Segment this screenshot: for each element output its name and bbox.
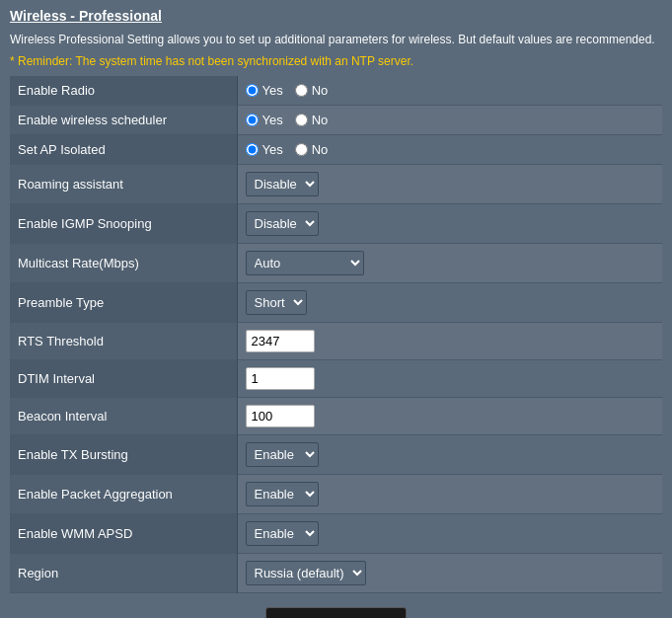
- table-row: Enable wireless schedulerYesNo: [10, 105, 662, 134]
- select-enable_packet_aggregation[interactable]: EnableDisable: [246, 482, 319, 506]
- settings-table: Enable RadioYesNoEnable wireless schedul…: [10, 76, 662, 593]
- row-label-region: Region: [10, 553, 237, 592]
- row-label-multicast_rate: Multicast Rate(Mbps): [10, 243, 237, 282]
- row-label-enable_igmp_snooping: Enable IGMP Snooping: [10, 203, 237, 243]
- radio-enable_wireless_scheduler-yes[interactable]: [246, 114, 259, 126]
- table-row: Enable WMM APSDEnableDisable: [10, 513, 662, 553]
- radio-enable_radio-no[interactable]: [295, 84, 308, 97]
- radio-enable_radio-yes[interactable]: [246, 84, 259, 97]
- radio-label-set_ap_isolated-yes[interactable]: Yes: [246, 142, 283, 157]
- row-label-enable_wireless_scheduler: Enable wireless scheduler: [10, 105, 237, 134]
- main-container: Wireless - Professional Wireless Profess…: [0, 0, 672, 618]
- row-label-rts_threshold: RTS Threshold: [10, 322, 237, 359]
- table-row: RTS Threshold: [10, 322, 662, 359]
- row-label-enable_wmm_apsd: Enable WMM APSD: [10, 513, 237, 553]
- select-multicast_rate[interactable]: Auto125.511: [246, 251, 364, 275]
- select-enable_igmp_snooping[interactable]: DisableEnable: [246, 211, 319, 236]
- table-row: Set AP IsolatedYesNo: [10, 134, 662, 164]
- row-value-enable_wireless_scheduler[interactable]: YesNo: [237, 105, 662, 134]
- radio-option-label: No: [312, 83, 329, 98]
- apply-section: Apply: [10, 607, 662, 618]
- radio-group-enable_wireless_scheduler: YesNo: [246, 113, 655, 127]
- input-rts_threshold[interactable]: [246, 330, 315, 352]
- radio-group-set_ap_isolated: YesNo: [246, 142, 655, 157]
- table-row: Enable Packet AggregationEnableDisable: [10, 474, 662, 513]
- row-label-beacon_interval: Beacon Interval: [10, 397, 237, 434]
- row-label-enable_tx_bursting: Enable TX Bursting: [10, 434, 237, 474]
- row-value-preamble_type[interactable]: ShortLong: [237, 282, 662, 322]
- table-row: Enable IGMP SnoopingDisableEnable: [10, 203, 662, 243]
- row-value-roaming_assistant[interactable]: DisableEnable: [237, 164, 662, 203]
- select-region[interactable]: Russia (default)USAEurope: [246, 561, 366, 585]
- table-row: DTIM Interval: [10, 359, 662, 397]
- select-enable_wmm_apsd[interactable]: EnableDisable: [246, 521, 319, 546]
- radio-set_ap_isolated-yes[interactable]: [246, 143, 259, 156]
- row-label-preamble_type: Preamble Type: [10, 282, 237, 322]
- apply-button[interactable]: Apply: [265, 607, 407, 618]
- row-value-enable_igmp_snooping[interactable]: DisableEnable: [237, 203, 662, 243]
- table-row: Beacon Interval: [10, 397, 662, 434]
- radio-label-enable_wireless_scheduler-yes[interactable]: Yes: [246, 113, 283, 127]
- radio-label-set_ap_isolated-no[interactable]: No: [295, 142, 329, 157]
- input-beacon_interval[interactable]: [246, 405, 315, 427]
- row-label-dtim_interval: DTIM Interval: [10, 359, 237, 397]
- row-value-enable_tx_bursting[interactable]: EnableDisable: [237, 434, 662, 474]
- select-roaming_assistant[interactable]: DisableEnable: [246, 172, 319, 196]
- radio-enable_wireless_scheduler-no[interactable]: [295, 114, 308, 126]
- table-row: Preamble TypeShortLong: [10, 282, 662, 322]
- radio-label-enable_radio-no[interactable]: No: [295, 83, 329, 98]
- table-row: Enable TX BurstingEnableDisable: [10, 434, 662, 474]
- row-value-enable_wmm_apsd[interactable]: EnableDisable: [237, 513, 662, 553]
- row-value-enable_radio[interactable]: YesNo: [237, 76, 662, 106]
- input-dtim_interval[interactable]: [246, 367, 315, 390]
- row-label-roaming_assistant: Roaming assistant: [10, 164, 237, 203]
- radio-label-enable_radio-yes[interactable]: Yes: [246, 83, 283, 98]
- row-label-set_ap_isolated: Set AP Isolated: [10, 134, 237, 164]
- row-value-enable_packet_aggregation[interactable]: EnableDisable: [237, 474, 662, 513]
- radio-option-label: No: [312, 142, 329, 157]
- table-row: Enable RadioYesNo: [10, 76, 662, 106]
- radio-set_ap_isolated-no[interactable]: [295, 143, 308, 156]
- radio-option-label: Yes: [262, 113, 283, 127]
- row-value-rts_threshold[interactable]: [237, 322, 662, 359]
- row-value-dtim_interval[interactable]: [237, 359, 662, 397]
- radio-group-enable_radio: YesNo: [246, 83, 655, 98]
- row-label-enable_packet_aggregation: Enable Packet Aggregation: [10, 474, 237, 513]
- row-value-multicast_rate[interactable]: Auto125.511: [237, 243, 662, 282]
- select-preamble_type[interactable]: ShortLong: [246, 290, 307, 315]
- select-enable_tx_bursting[interactable]: EnableDisable: [246, 442, 319, 467]
- page-title: Wireless - Professional: [10, 8, 662, 24]
- table-row: Roaming assistantDisableEnable: [10, 164, 662, 203]
- row-value-region[interactable]: Russia (default)USAEurope: [237, 553, 662, 592]
- row-label-enable_radio: Enable Radio: [10, 76, 237, 106]
- row-value-set_ap_isolated[interactable]: YesNo: [237, 134, 662, 164]
- table-row: Multicast Rate(Mbps)Auto125.511: [10, 243, 662, 282]
- row-value-beacon_interval[interactable]: [237, 397, 662, 434]
- reminder: * Reminder: The system time has not been…: [10, 54, 662, 68]
- radio-option-label: No: [312, 113, 329, 127]
- radio-option-label: Yes: [262, 83, 283, 98]
- description: Wireless Professional Setting allows you…: [10, 32, 662, 48]
- table-row: RegionRussia (default)USAEurope: [10, 553, 662, 592]
- radio-label-enable_wireless_scheduler-no[interactable]: No: [295, 113, 329, 127]
- radio-option-label: Yes: [262, 142, 283, 157]
